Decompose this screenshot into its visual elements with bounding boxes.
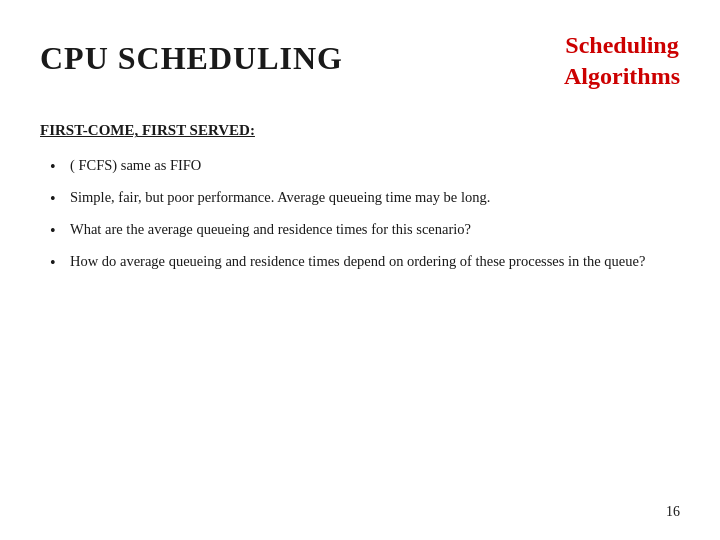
- side-title-line2: Algorithms: [564, 63, 680, 89]
- list-item: ( FCFS) same as FIFO: [50, 155, 680, 177]
- side-title-line1: Scheduling: [565, 32, 678, 58]
- list-item: Simple, fair, but poor performance. Aver…: [50, 187, 680, 209]
- main-title: CPU SCHEDULING: [40, 40, 343, 77]
- section-heading: FIRST-COME, FIRST SERVED:: [40, 122, 680, 139]
- header-row: CPU SCHEDULING Scheduling Algorithms: [40, 30, 680, 92]
- slide-container: CPU SCHEDULING Scheduling Algorithms FIR…: [0, 0, 720, 540]
- page-number: 16: [666, 504, 680, 520]
- bullet-list: ( FCFS) same as FIFO Simple, fair, but p…: [40, 155, 680, 272]
- side-title: Scheduling Algorithms: [564, 30, 680, 92]
- list-item: How do average queueing and residence ti…: [50, 251, 680, 273]
- list-item: What are the average queueing and reside…: [50, 219, 680, 241]
